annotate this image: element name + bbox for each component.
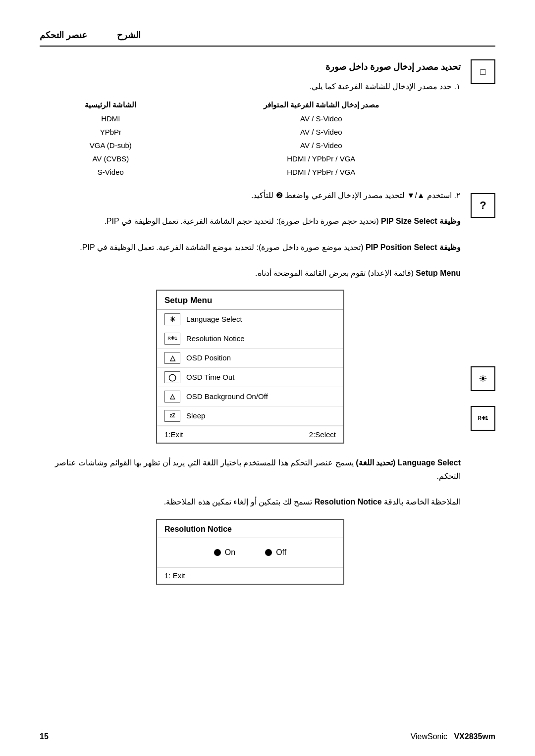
page-footer: 15 ViewSonic VX2835wm bbox=[40, 732, 495, 741]
osd-position-label: OSD Position bbox=[186, 353, 231, 362]
osd-bg-label: OSD Background On/Off bbox=[186, 392, 268, 401]
explanation-label: الشرح bbox=[117, 30, 141, 41]
resolution-notice-title: Resolution Notice bbox=[157, 520, 343, 538]
table-header-row: مصدر إدخال الشاشة الفرعية المتوافر الشاش… bbox=[40, 98, 461, 112]
menu-icon-resolution: R✚1 bbox=[164, 333, 180, 345]
menu-icon-landscape: △ bbox=[164, 391, 180, 403]
menu-icon-globe: ☀ bbox=[164, 313, 180, 325]
pip-nav-text: ٢. استخدم ▲/▼ لتحديد مصدر الإدخال الفرعي… bbox=[40, 189, 461, 202]
sub-input-5: HDMI / YPbPr / VGA bbox=[182, 165, 461, 179]
sub-input-4: HDMI / YPbPr / VGA bbox=[182, 152, 461, 165]
brand-label: ViewSonic bbox=[411, 732, 447, 741]
side-icons-column: □ ? ☀ R✚1 bbox=[471, 59, 495, 431]
resolution-notice-label: Resolution Notice bbox=[186, 334, 245, 343]
pip-source-title: تحديد مصدر إدخال صورة داخل صورة bbox=[40, 61, 461, 72]
setup-menu-title: Setup Menu bbox=[157, 291, 343, 310]
model-label: VX2835wm bbox=[454, 732, 495, 741]
sleep-menu-icon: zZ bbox=[169, 413, 175, 418]
table-row: AV / S-Video HDMI bbox=[40, 112, 461, 125]
resolution-notice-footer: 1: Exit bbox=[157, 567, 343, 584]
setup-menu-container: Setup Menu ☀ Language Select R✚1 Resolut… bbox=[40, 290, 461, 444]
resolution-notice-options: On Off bbox=[157, 538, 343, 567]
main-input-3: VGA (D-sub) bbox=[40, 139, 182, 152]
setup-menu-label: Setup Menu bbox=[414, 269, 461, 277]
resolution-on-option[interactable]: On bbox=[214, 548, 235, 557]
on-dot-icon bbox=[214, 549, 221, 556]
off-label: Off bbox=[276, 548, 286, 557]
resolution-icon: R✚1 bbox=[478, 416, 488, 421]
resolution-notice-section: الملاحظة الخاصة بالدقة Resolution Notice… bbox=[40, 495, 461, 584]
main-content: تحديد مصدر إدخال صورة داخل صورة ١. حدد م… bbox=[40, 61, 495, 585]
language-select-ar: (تحديد اللغة) bbox=[354, 458, 396, 467]
main-input-5: S-Video bbox=[40, 165, 182, 179]
resolution-desc-ar2: تسمح لك بتمكين أو إلغاء تمكين هذه الملاح… bbox=[164, 498, 313, 506]
setup-menu-sleep-item: zZ Sleep bbox=[157, 406, 343, 426]
setup-menu-section: Setup Menu (قائمة الإعداد) تقوم بعرض الق… bbox=[40, 266, 461, 444]
table-header-sub: مصدر إدخال الشاشة الفرعية المتوافر bbox=[182, 98, 461, 112]
language-select-section: Language Select (تحديد اللغة) يسمح عنصر … bbox=[40, 456, 461, 483]
resolution-exit-label: 1: Exit bbox=[164, 571, 185, 580]
table-row: HDMI / YPbPr / VGA AV (CVBS) bbox=[40, 152, 461, 165]
table-row: AV / S-Video YPbPr bbox=[40, 125, 461, 139]
pip-icon: □ bbox=[481, 67, 486, 77]
setup-menu-resolution-item: R✚1 Resolution Notice bbox=[157, 329, 343, 349]
setup-menu-intro: Setup Menu (قائمة الإعداد) تقوم بعرض الق… bbox=[40, 266, 461, 280]
globe-icon: ☀ bbox=[479, 373, 487, 385]
landscape-menu-icon: △ bbox=[170, 393, 175, 400]
pip-position-title: وظيفة PIP Position Select bbox=[363, 243, 461, 252]
setup-select-label: 2:Select bbox=[309, 430, 336, 439]
main-input-4: AV (CVBS) bbox=[40, 152, 182, 165]
setup-menu-osd-bg-item: △ OSD Background On/Off bbox=[157, 387, 343, 406]
menu-icon-sleep: zZ bbox=[164, 410, 180, 422]
language-select-label: Language Select bbox=[186, 315, 242, 323]
triangle-menu-icon: △ bbox=[170, 354, 175, 362]
main-input-2: YPbPr bbox=[40, 125, 182, 139]
pip-source-intro: ١. حدد مصدر الإدخال للشاشة الفرعية كما ي… bbox=[40, 80, 461, 93]
question-side-icon: ? bbox=[471, 193, 495, 218]
menu-icon-clock: ◯ bbox=[164, 371, 180, 383]
resolution-notice-en: Resolution Notice bbox=[312, 498, 381, 506]
setup-menu-language-item: ☀ Language Select bbox=[157, 310, 343, 329]
setup-menu-box: Setup Menu ☀ Language Select R✚1 Resolut… bbox=[156, 290, 344, 444]
off-dot-icon bbox=[265, 549, 272, 556]
table-header-main: الشاشة الرئيسية bbox=[40, 98, 182, 112]
osd-timeout-label: OSD Time Out bbox=[186, 373, 235, 381]
setup-menu-footer: 1:Exit 2:Select bbox=[157, 426, 343, 443]
setup-menu-arabic: (قائمة الإعداد) تقوم بعرض القائمة الموضح… bbox=[255, 269, 414, 277]
main-input-1: HDMI bbox=[40, 112, 182, 125]
page-number: 15 bbox=[40, 732, 49, 741]
pip-size-title: وظيفة PIP Size Select bbox=[379, 217, 461, 225]
page: الشرح عنصر التحكم □ ? ☀ R✚1 تحديد مصدر إ… bbox=[0, 0, 535, 756]
table-row: HDMI / YPbPr / VGA S-Video bbox=[40, 165, 461, 179]
pip-position-section: وظيفة PIP Position Select (تحديد موضع صو… bbox=[40, 241, 461, 254]
setup-menu-osd-position-item: △ OSD Position bbox=[157, 349, 343, 368]
table-row: AV / S-Video VGA (D-sub) bbox=[40, 139, 461, 152]
resolution-desc-ar: الملاحظة الخاصة بالدقة bbox=[382, 498, 461, 506]
brand-model: ViewSonic VX2835wm bbox=[411, 732, 495, 741]
header-labels: الشرح عنصر التحكم bbox=[40, 30, 141, 41]
setup-menu-osd-timeout-item: ◯ OSD Time Out bbox=[157, 368, 343, 387]
resolution-off-option[interactable]: Off bbox=[265, 548, 286, 557]
resolution-notice-box: Resolution Notice On Off 1: Exit bbox=[156, 519, 344, 585]
pip-size-text: وظيفة PIP Size Select (تحديد حجم صورة دا… bbox=[40, 214, 461, 228]
page-header: الشرح عنصر التحكم bbox=[40, 30, 495, 47]
resolution-side-icon: R✚1 bbox=[471, 406, 495, 431]
on-label: On bbox=[225, 548, 235, 557]
language-select-text: Language Select (تحديد اللغة) يسمح عنصر … bbox=[40, 456, 461, 483]
pip-source-table: مصدر إدخال الشاشة الفرعية المتوافر الشاش… bbox=[40, 98, 461, 179]
pip-size-section: وظيفة PIP Size Select (تحديد حجم صورة دا… bbox=[40, 214, 461, 228]
sub-input-2: AV / S-Video bbox=[182, 125, 461, 139]
resolution-notice-desc-text: الملاحظة الخاصة بالدقة Resolution Notice… bbox=[40, 495, 461, 508]
pip-position-desc: (تحديد موضع صورة داخل صورة): لتحديد موضع… bbox=[80, 243, 363, 252]
pip-source-section: تحديد مصدر إدخال صورة داخل صورة ١. حدد م… bbox=[40, 61, 461, 202]
sub-input-3: AV / S-Video bbox=[182, 139, 461, 152]
globe-menu-icon: ☀ bbox=[169, 315, 176, 323]
resolution-notice-container: Resolution Notice On Off 1: Exit bbox=[40, 519, 461, 585]
question-icon: ? bbox=[480, 199, 486, 212]
pip-size-desc: (تحديد حجم صورة داخل صورة): لتحديد حجم ا… bbox=[104, 217, 378, 225]
resolution-menu-icon: R✚1 bbox=[167, 336, 177, 341]
language-select-en: Language Select bbox=[395, 458, 461, 467]
control-element-label: عنصر التحكم bbox=[40, 30, 87, 41]
menu-icon-triangle: △ bbox=[164, 352, 180, 364]
pip-position-text: وظيفة PIP Position Select (تحديد موضع صو… bbox=[40, 241, 461, 254]
